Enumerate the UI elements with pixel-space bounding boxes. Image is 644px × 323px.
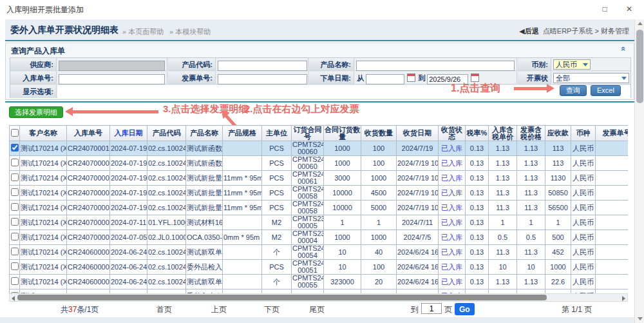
table-row[interactable]: 测试170214 (XX)CR2407000102024-07-1902.cs.… (10, 141, 629, 156)
invoice-status-select[interactable]: 全部 (553, 73, 629, 83)
row-checkbox[interactable] (11, 159, 19, 166)
column-header[interactable]: 入库含税单价 (489, 126, 517, 141)
column-header[interactable]: 发票含税价格 (517, 126, 545, 141)
column-header[interactable]: 订货合同号 (292, 126, 324, 141)
prev-page-link[interactable]: 上页 (211, 304, 227, 315)
cell: CPMTS24-00055 (292, 275, 324, 289)
date-from-input[interactable] (366, 74, 404, 84)
currency-select[interactable]: 人民币 (553, 59, 591, 70)
status-link[interactable]: 已入库 (439, 186, 466, 201)
cell: 11.3 (517, 245, 545, 260)
cell: CPMTS24-00060 (292, 156, 324, 171)
inbound-no-input[interactable] (59, 74, 165, 84)
cell (596, 186, 629, 201)
status-link[interactable]: 已入库 (439, 141, 466, 156)
status-link[interactable]: 已入库 (439, 215, 466, 230)
status-link[interactable]: 已入库 (439, 171, 466, 186)
module-help-link[interactable]: » 本模块帮助 (169, 27, 211, 37)
column-header[interactable]: 产品名称 (186, 126, 223, 141)
invoice-no-input[interactable] (218, 74, 307, 84)
excel-button[interactable]: Excel (591, 85, 621, 96)
column-header[interactable]: 客户名称 (20, 126, 67, 141)
table-row[interactable]: 测试170214 (XX)CR2407000092024-07-1902.cs.… (10, 156, 629, 171)
row-checkbox[interactable] (11, 218, 19, 226)
table-row[interactable]: 测试170214 (XX)CR2407000042024-07-1902.cs.… (10, 201, 629, 215)
cell (596, 215, 629, 230)
go-button[interactable]: Go (455, 303, 475, 315)
breadcrumb-parent[interactable]: 点晴ERP子系统 (543, 27, 593, 35)
cell: CPMTS24-00058 (292, 186, 324, 201)
column-header[interactable]: 合同订货数量 (324, 126, 361, 141)
row-checkbox[interactable] (11, 277, 19, 285)
table-row[interactable]: 测试170214 (XX)CR2407000072024-07-1902.cs.… (10, 171, 629, 186)
calendar-icon[interactable] (471, 73, 479, 82)
column-header[interactable]: 入库日期 (110, 126, 147, 141)
maximize-button[interactable]: □ (598, 3, 612, 15)
row-checkbox[interactable] (11, 262, 19, 270)
scroll-up-icon[interactable] (638, 22, 643, 25)
row-checkbox[interactable] (11, 248, 19, 255)
table-row[interactable]: 测试170214 (XX)CR2406000022024-06-2402.cs.… (10, 260, 629, 275)
last-page-link[interactable]: 尾页 (309, 304, 325, 315)
goto-page-input[interactable] (421, 303, 442, 314)
column-header[interactable]: 主单位 (262, 126, 292, 141)
select-all-checkbox[interactable] (11, 129, 19, 137)
horizontal-scrollbar[interactable] (9, 293, 628, 302)
scroll-left-icon[interactable] (12, 296, 15, 301)
back-link[interactable]: 后退 (525, 27, 539, 35)
page-help-link[interactable]: » 本页面帮助 (122, 27, 164, 37)
column-header[interactable]: 产品代码 (147, 126, 186, 141)
column-header[interactable]: 应收款 (545, 126, 571, 141)
collapse-panel-icon[interactable]: « (619, 46, 629, 51)
first-page-link[interactable]: 首页 (156, 304, 172, 315)
next-page-link[interactable]: 下页 (264, 304, 279, 315)
select-invoice-detail-button[interactable]: 选择发票明细 (9, 106, 63, 118)
column-header[interactable]: 入库单号 (67, 126, 110, 141)
scroll-down-icon[interactable] (638, 317, 643, 320)
column-header[interactable]: 税率% (466, 126, 489, 141)
status-link[interactable]: 已入库 (439, 245, 466, 260)
status-link[interactable]: 已入库 (439, 260, 466, 275)
status-link[interactable]: 已入库 (439, 230, 466, 245)
row-checkbox[interactable] (11, 203, 19, 211)
cell: 人民币 (571, 230, 596, 245)
table-row[interactable]: 测试170214 (XX)CR2407000012024-07-0502.JL0… (10, 230, 629, 245)
cell: 委外品检入途 (186, 260, 223, 275)
cell: 2024-07-19 (110, 141, 147, 156)
column-header[interactable]: 币种 (571, 126, 596, 141)
column-header[interactable]: 产品规格 (223, 126, 262, 141)
cell: CPMTS23-00004 (292, 230, 324, 245)
table-row[interactable]: 测试170214 (XX)CR2407000032024-07-1101.YFL… (10, 215, 629, 230)
row-checkbox[interactable] (11, 173, 19, 181)
calendar-icon[interactable] (407, 73, 415, 82)
supplier-input[interactable] (59, 61, 165, 71)
breadcrumb-current[interactable]: 财务管理 (601, 27, 629, 35)
table-row[interactable]: 测试170214 (XX)CR2407000052024-07-1902.cs.… (10, 186, 629, 201)
status-link[interactable]: 已入库 (439, 275, 466, 289)
table-row[interactable]: 测试170214 (XX)CR2406000012024-06-2402.cs.… (10, 275, 629, 289)
column-header[interactable]: 发票单号 (596, 126, 629, 141)
close-button[interactable]: ✕ (622, 3, 636, 15)
status-link[interactable]: 已入库 (439, 156, 466, 171)
product-code-input[interactable] (218, 61, 307, 71)
horizontal-scrollbar-thumb[interactable] (17, 295, 547, 300)
query-button[interactable]: 查询 (560, 85, 587, 96)
column-header[interactable]: 收货日期 (397, 126, 439, 141)
goto-prefix: 到 (411, 304, 419, 315)
column-header[interactable]: 收货数量 (361, 126, 397, 141)
product-name-input[interactable] (356, 61, 515, 71)
status-link[interactable]: 已入库 (439, 201, 466, 215)
row-checkbox[interactable] (11, 233, 19, 240)
vertical-scrollbar-thumb[interactable] (636, 30, 643, 103)
scroll-right-icon[interactable] (622, 296, 625, 301)
cell: 2024/6/24 16 (397, 275, 439, 289)
table-row[interactable]: 测试170214 (XX)CR2406000022024-06-2402.cs.… (10, 245, 629, 260)
vertical-scrollbar[interactable] (634, 19, 644, 323)
cell: 1 (489, 215, 517, 230)
cell: 1.13 (517, 156, 545, 171)
cell: 测试170214 (XX) (20, 201, 67, 215)
row-checkbox[interactable] (11, 144, 19, 152)
row-checkbox[interactable] (11, 188, 19, 196)
cell: 4500 (361, 186, 397, 201)
column-header[interactable]: 收货状态 (439, 126, 466, 141)
